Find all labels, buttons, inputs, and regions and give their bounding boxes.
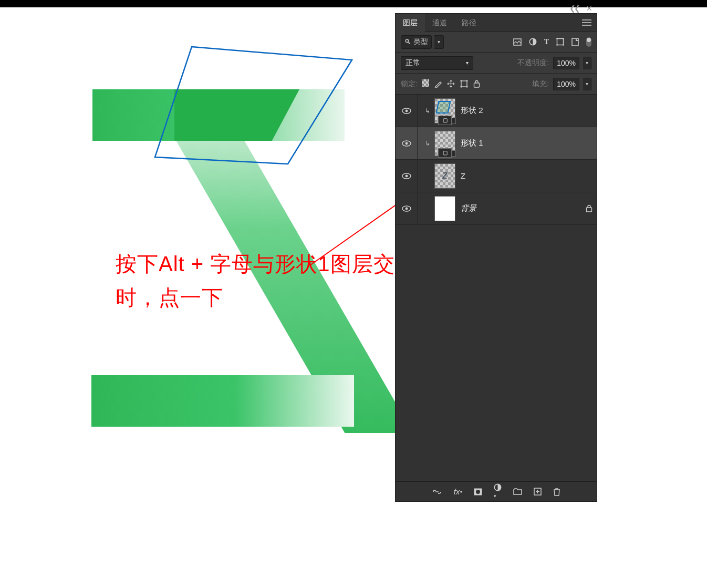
lock-artboard-icon[interactable]: [460, 80, 468, 88]
layer-thumbnail[interactable]: [434, 196, 455, 221]
vector-selection-outline[interactable]: [142, 28, 362, 186]
layer-row-shape-2[interactable]: ↳ ▢ 形状 2: [396, 95, 597, 127]
thumb-letter: Z: [442, 171, 448, 181]
panel-tab-bar: 图层 通道 路径: [396, 14, 597, 32]
lock-all-icon[interactable]: [473, 80, 480, 88]
chevron-down-icon: ▾: [466, 60, 469, 66]
new-layer-icon[interactable]: [534, 488, 542, 496]
app-top-black-strip: [0, 0, 707, 7]
svg-point-5: [556, 38, 558, 39]
svg-rect-9: [572, 38, 578, 46]
filter-shape-icon[interactable]: [556, 38, 564, 46]
layers-panel: ❮❮ ✕ 图层 通道 路径 🔍︎ 类型 ▾ T: [395, 13, 597, 502]
lock-buttons: [422, 79, 480, 88]
layer-row-background[interactable]: ↳ 背景: [396, 192, 597, 225]
lock-label: 锁定:: [401, 79, 418, 89]
link-layers-icon[interactable]: [432, 489, 442, 495]
opacity-value-input[interactable]: 100%: [553, 57, 579, 69]
fill-caret[interactable]: ▾: [583, 78, 591, 90]
filter-toggle-switch[interactable]: [586, 37, 591, 47]
svg-point-15: [405, 142, 408, 145]
svg-rect-11: [474, 83, 479, 87]
layer-name[interactable]: Z: [461, 171, 465, 180]
layer-list: ↳ ▢ 形状 2 ↳ ▢ 形状 1 ↳: [396, 95, 597, 481]
blend-mode-value: 正常: [406, 58, 420, 68]
panel-menu-icon[interactable]: [577, 19, 597, 26]
filter-adjust-icon[interactable]: [529, 38, 537, 46]
svg-point-7: [556, 44, 558, 46]
tab-paths[interactable]: 路径: [454, 14, 484, 32]
svg-rect-20: [587, 208, 592, 212]
z-shape-bottom-bar: [91, 375, 354, 427]
layer-row-z[interactable]: ↳ Z Z: [396, 160, 597, 192]
filter-type-icons: T: [513, 37, 591, 47]
lock-transparent-icon[interactable]: [422, 79, 429, 88]
search-icon: 🔍︎: [404, 38, 411, 46]
filter-kind-label: 类型: [413, 37, 428, 47]
mask-icon[interactable]: [474, 488, 482, 496]
clip-indicator-icon: ↳: [425, 107, 434, 115]
layer-lock-icon[interactable]: [586, 204, 592, 212]
fill-value-input[interactable]: 100%: [553, 78, 579, 90]
svg-marker-0: [155, 47, 352, 164]
tab-channels[interactable]: 通道: [425, 14, 454, 32]
adjustment-layer-icon[interactable]: ▾: [494, 483, 502, 500]
tab-layers[interactable]: 图层: [396, 14, 425, 32]
panel-close-icon[interactable]: ✕: [586, 4, 592, 13]
filter-smart-icon[interactable]: [571, 38, 579, 46]
svg-rect-4: [557, 39, 564, 45]
visibility-toggle[interactable]: [396, 127, 418, 159]
opacity-caret[interactable]: ▾: [583, 57, 591, 69]
lock-row: 锁定: 填充: 100% ▾: [396, 74, 597, 95]
layer-name[interactable]: 形状 1: [461, 138, 483, 148]
clip-indicator-icon: ↳: [425, 140, 434, 147]
fill-label: 填充:: [532, 79, 549, 89]
filter-kind-caret[interactable]: ▾: [434, 35, 444, 49]
panel-collapse-icon[interactable]: ❮❮: [569, 4, 579, 13]
layer-name[interactable]: 背景: [461, 203, 476, 213]
lock-position-icon[interactable]: [447, 80, 455, 88]
layer-thumbnail[interactable]: ▢: [434, 131, 455, 156]
svg-point-6: [563, 38, 564, 39]
blend-mode-select[interactable]: 正常 ▾: [401, 56, 473, 70]
blend-row: 正常 ▾ 不透明度: 100% ▾: [396, 53, 597, 74]
svg-point-22: [476, 490, 480, 494]
opacity-label: 不透明度:: [517, 58, 549, 68]
svg-rect-10: [461, 81, 467, 87]
group-icon[interactable]: [513, 488, 522, 495]
filter-type-text-icon[interactable]: T: [544, 38, 549, 46]
panel-footer-buttons: fx▾ ▾: [396, 481, 597, 501]
layer-thumbnail[interactable]: Z: [434, 163, 455, 189]
lock-pixels-icon[interactable]: [434, 80, 442, 88]
filter-pixel-icon[interactable]: [513, 38, 522, 46]
fx-icon[interactable]: fx▾: [454, 487, 463, 496]
layer-row-shape-1[interactable]: ↳ ▢ 形状 1: [396, 127, 597, 160]
svg-point-8: [563, 44, 564, 46]
filter-kind-dropdown[interactable]: 🔍︎ 类型: [401, 35, 432, 49]
layer-name[interactable]: 形状 2: [461, 106, 483, 116]
svg-point-17: [405, 174, 408, 177]
visibility-toggle[interactable]: [396, 192, 418, 224]
layer-filter-row: 🔍︎ 类型 ▾ T: [396, 32, 597, 53]
trash-icon[interactable]: [553, 488, 560, 496]
visibility-toggle[interactable]: [396, 160, 418, 192]
svg-point-13: [405, 109, 408, 112]
visibility-toggle[interactable]: [396, 95, 418, 127]
svg-point-19: [405, 207, 408, 210]
layer-thumbnail[interactable]: ▢: [434, 98, 455, 123]
